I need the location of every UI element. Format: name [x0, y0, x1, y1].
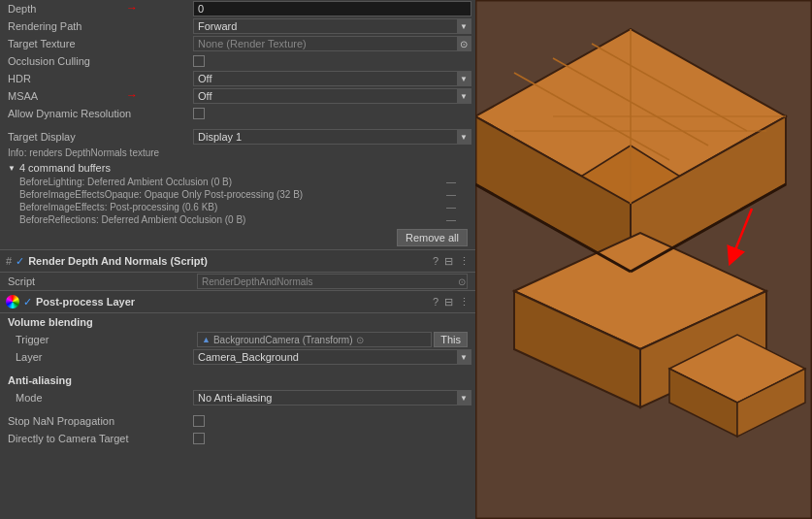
- stop-nan-row: Stop NaN Propagation: [0, 412, 475, 430]
- hdr-selected: Off: [194, 73, 457, 84]
- depth-label: Depth: [4, 3, 193, 15]
- buffer-dash-3: —: [446, 202, 456, 212]
- occlusion-culling-label: Occlusion Culling: [4, 55, 193, 67]
- post-process-check-icon[interactable]: ✓: [23, 296, 32, 308]
- hdr-dropdown[interactable]: Off ▼: [193, 71, 471, 86]
- target-display-label: Target Display: [4, 131, 193, 143]
- allow-dynamic-resolution-label: Allow Dynamic Resolution: [4, 108, 193, 119]
- layer-arrow: ▼: [457, 349, 471, 365]
- right-panel: [475, 0, 812, 519]
- post-process-header: ✓ Post-process Layer ? ⊟ ⋮: [0, 290, 475, 313]
- occlusion-culling-checkbox-wrap: [193, 55, 471, 67]
- rendering-path-selected: Forward: [194, 20, 457, 32]
- target-texture-dropdown[interactable]: None (Render Texture) ⊙: [193, 36, 471, 51]
- buffer-item-text-4: BeforeReflections: Deferred Ambient Occl…: [19, 214, 442, 225]
- rendering-path-dropdown[interactable]: Forward ▼: [193, 18, 471, 34]
- msaa-row: → MSAA Off ▼: [0, 87, 475, 105]
- render-depth-hash-icon: #: [6, 255, 12, 267]
- render-depth-check-icon[interactable]: ✓: [16, 255, 24, 268]
- render-depth-question-icon[interactable]: ?: [433, 255, 438, 268]
- occlusion-culling-row: Occlusion Culling: [0, 52, 475, 70]
- game-view-canvas: [475, 0, 812, 519]
- buffer-item-text-3: BeforeImageEffects: Post-processing (0.6…: [19, 202, 442, 212]
- layer-selected: Camera_Background: [194, 351, 457, 363]
- trigger-dot-icon: ⊙: [356, 335, 364, 345]
- command-buffers-count: 4 command buffers: [19, 162, 111, 174]
- target-texture-row: Target Texture None (Render Texture) ⊙: [0, 35, 475, 52]
- target-display-dropdown[interactable]: Display 1 ▼: [193, 129, 471, 145]
- directly-to-camera-row: Directly to Camera Target: [0, 430, 475, 447]
- buffer-item-text-1: BeforeLighting: Deferred Ambient Occlusi…: [19, 177, 442, 187]
- post-process-color-icon: [6, 295, 19, 308]
- allow-dynamic-resolution-checkbox[interactable]: [193, 108, 205, 119]
- trigger-value-text: BackgroundCamera (Transform): [213, 335, 353, 345]
- buffer-dash-4: —: [446, 214, 456, 225]
- script-field-value-text: RenderDepthAndNormals: [202, 276, 313, 287]
- info-row: Info: renders DepthNormals texture: [0, 146, 475, 160]
- layer-label: Layer: [4, 351, 193, 363]
- buffer-item-3: BeforeImageEffects: Post-processing (0.6…: [0, 201, 475, 213]
- script-field-value-container[interactable]: RenderDepthAndNormals ⊙: [197, 274, 468, 289]
- msaa-selected: Off: [194, 90, 457, 102]
- post-process-more-icon[interactable]: ⋮: [459, 296, 470, 308]
- occlusion-culling-checkbox[interactable]: [193, 55, 205, 67]
- render-depth-settings-icon[interactable]: ⊟: [444, 255, 453, 268]
- command-buffers-triangle: ▼: [8, 164, 16, 173]
- depth-input[interactable]: [193, 1, 471, 16]
- mode-dropdown[interactable]: No Anti-aliasing ▼: [193, 390, 471, 405]
- target-texture-label: Target Texture: [4, 38, 193, 49]
- trigger-label: Trigger: [8, 334, 197, 345]
- target-texture-value: None (Render Texture) ⊙: [193, 36, 471, 51]
- directly-to-camera-checkbox[interactable]: [193, 433, 205, 444]
- render-depth-header: # ✓ Render Depth And Normals (Script) ? …: [0, 249, 475, 273]
- buffer-item-1: BeforeLighting: Deferred Ambient Occlusi…: [0, 176, 475, 188]
- target-display-row: Target Display Display 1 ▼: [0, 128, 475, 146]
- volume-blending-label: Volume blending: [0, 313, 475, 331]
- hdr-label: HDR: [4, 73, 193, 84]
- script-field-row: Script RenderDepthAndNormals ⊙: [0, 273, 475, 290]
- buffer-dash-2: —: [446, 189, 456, 200]
- remove-all-container: Remove all: [0, 226, 475, 249]
- buffer-item-4: BeforeReflections: Deferred Ambient Occl…: [0, 213, 475, 226]
- post-process-settings-icon[interactable]: ⊟: [444, 296, 453, 308]
- mode-row: Mode No Anti-aliasing ▼: [0, 389, 475, 406]
- post-process-icons: ? ⊟ ⋮: [433, 296, 470, 308]
- rendering-path-value: Forward ▼: [193, 18, 471, 34]
- script-field-dot-icon: ⊙: [458, 276, 466, 287]
- rendering-path-arrow: ▼: [457, 18, 471, 34]
- this-button[interactable]: This: [434, 332, 468, 347]
- render-depth-title: Render Depth And Normals (Script): [28, 255, 433, 267]
- left-panel: → Depth Rendering Path Forward ▼ Target …: [0, 0, 475, 519]
- layer-dropdown[interactable]: Camera_Background ▼: [193, 349, 471, 365]
- post-process-title: Post-process Layer: [36, 296, 433, 308]
- allow-dynamic-resolution-row: Allow Dynamic Resolution: [0, 105, 475, 122]
- msaa-arrow: ▼: [457, 88, 471, 104]
- msaa-label: MSAA: [4, 90, 193, 102]
- mode-arrow: ▼: [457, 390, 471, 405]
- buffer-item-2: BeforeImageEffectsOpaque: Opaque Only Po…: [0, 188, 475, 201]
- hdr-arrow: ▼: [457, 71, 471, 86]
- msaa-dropdown[interactable]: Off ▼: [193, 88, 471, 104]
- rendering-path-row: Rendering Path Forward ▼: [0, 17, 475, 35]
- mode-selected: No Anti-aliasing: [194, 392, 457, 404]
- remove-all-button[interactable]: Remove all: [397, 229, 468, 246]
- info-text: Info: renders DepthNormals texture: [8, 147, 159, 158]
- anti-aliasing-label: Anti-aliasing: [0, 372, 475, 389]
- trigger-field[interactable]: ▲ BackgroundCamera (Transform) ⊙: [197, 332, 432, 347]
- command-buffers-header: ▼ 4 command buffers: [0, 160, 475, 176]
- render-depth-icons: ? ⊟ ⋮: [433, 255, 470, 268]
- post-process-question-icon[interactable]: ?: [433, 296, 438, 308]
- target-display-arrow: ▼: [457, 129, 471, 145]
- trigger-person-icon: ▲: [202, 335, 211, 344]
- buffer-item-text-2: BeforeImageEffectsOpaque: Opaque Only Po…: [19, 189, 442, 200]
- trigger-row: Trigger ▲ BackgroundCamera (Transform) ⊙…: [0, 331, 475, 348]
- trigger-value: ▲ BackgroundCamera (Transform) ⊙ This: [197, 332, 468, 347]
- target-display-selected: Display 1: [194, 131, 457, 143]
- stop-nan-label: Stop NaN Propagation: [4, 415, 193, 427]
- stop-nan-checkbox[interactable]: [193, 415, 205, 427]
- depth-value: [193, 1, 471, 16]
- script-field-label: Script: [8, 276, 197, 287]
- depth-row: → Depth: [0, 0, 475, 17]
- render-depth-more-icon[interactable]: ⋮: [459, 255, 470, 268]
- buffer-dash-1: —: [446, 177, 456, 187]
